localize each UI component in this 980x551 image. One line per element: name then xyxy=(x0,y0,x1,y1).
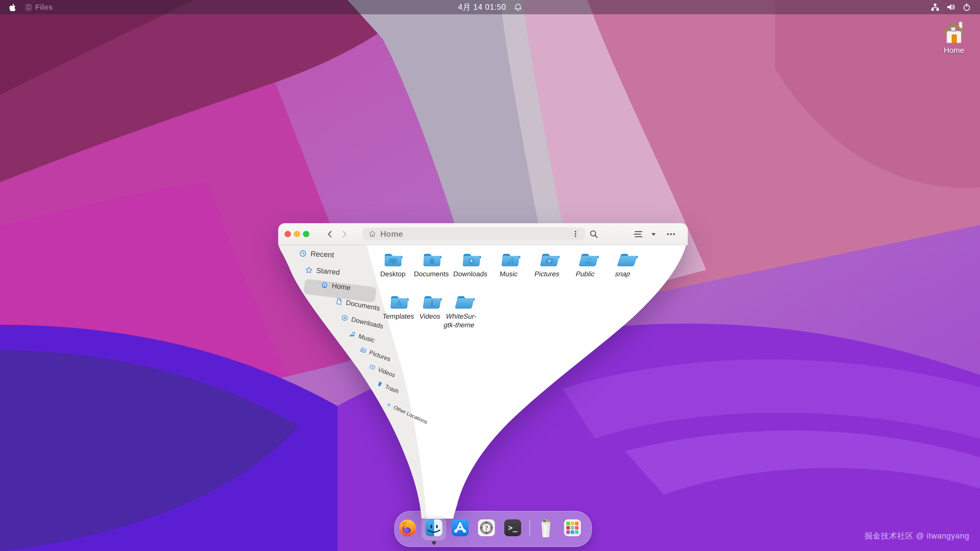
chevron-down-icon xyxy=(650,230,657,238)
folder-label: Documents xyxy=(414,270,449,279)
network-status-icon[interactable] xyxy=(931,3,940,12)
dock-firefox-icon[interactable] xyxy=(398,518,417,537)
folder-downloads[interactable]: Downloads xyxy=(449,251,493,279)
folder-icon xyxy=(389,294,409,310)
home-icon xyxy=(321,281,329,289)
view-toggle-button[interactable] xyxy=(632,228,644,240)
sidebar-item-music[interactable]: Music xyxy=(348,330,375,344)
sidebar-label: Starred xyxy=(316,266,340,276)
launchpad-tile xyxy=(571,530,574,534)
folder-label: WhiteSur-gtk-theme xyxy=(438,312,483,330)
sidebar-item-videos[interactable]: Videos xyxy=(368,363,396,379)
sidebar-label: Trash xyxy=(384,383,400,395)
power-icon[interactable] xyxy=(962,3,971,12)
sidebar-label: Recent xyxy=(310,249,334,259)
folder-label: Music xyxy=(499,270,518,279)
notifications-bell-icon[interactable] xyxy=(514,3,522,11)
dock-terminal-icon[interactable]: >_ xyxy=(503,518,522,537)
folder-label: Desktop xyxy=(380,270,406,279)
chevron-left-icon xyxy=(326,230,334,238)
view-options-dropdown[interactable] xyxy=(648,228,659,240)
search-button[interactable] xyxy=(588,228,600,240)
maximize-button[interactable] xyxy=(303,231,309,237)
sidebar-label: Videos xyxy=(377,366,396,379)
folder-icon xyxy=(453,294,476,310)
dock-files-icon[interactable] xyxy=(425,518,443,537)
sidebar-item-recent[interactable]: Recent xyxy=(299,249,334,259)
sidebar-item-pictures[interactable]: Pictures xyxy=(360,346,391,363)
launchpad-tile xyxy=(575,526,579,530)
launchpad-tile xyxy=(571,522,574,525)
sidebar-label: Music xyxy=(358,333,375,344)
music-note-icon xyxy=(348,330,356,338)
image-icon xyxy=(360,346,368,354)
sidebar-item-starred[interactable]: Starred xyxy=(305,265,340,277)
folder-label: Downloads xyxy=(453,270,488,279)
search-icon xyxy=(589,229,599,239)
home-icon xyxy=(368,230,377,238)
folder-icon xyxy=(539,251,561,268)
app-menu-label: Files xyxy=(35,3,52,11)
files-app-icon xyxy=(25,3,32,11)
folder-icon xyxy=(422,294,443,310)
sidebar-item-other-locations[interactable]: Other Locations xyxy=(385,401,428,425)
path-bar[interactable]: Home xyxy=(363,227,585,240)
dock-separator xyxy=(529,519,530,537)
kebab-menu-icon[interactable] xyxy=(572,230,579,238)
watermark-text: 掘金技术社区 @ itwangyang xyxy=(864,530,969,541)
sidebar-item-downloads[interactable]: Downloads xyxy=(341,313,384,330)
sidebar-label: Pictures xyxy=(368,349,391,363)
back-button[interactable] xyxy=(324,228,336,240)
volume-icon[interactable] xyxy=(946,3,956,12)
document-icon xyxy=(335,297,343,305)
download-icon xyxy=(341,313,349,322)
app-menu-files[interactable]: Files xyxy=(25,3,52,11)
apple-menu[interactable] xyxy=(8,3,16,11)
help-question-glyph: ? xyxy=(485,524,488,532)
launchpad-tile xyxy=(575,530,579,534)
launchpad-tile xyxy=(566,526,570,530)
folder-icon xyxy=(461,251,482,268)
close-button[interactable] xyxy=(285,231,291,237)
list-view-icon xyxy=(633,230,643,239)
apple-icon xyxy=(8,3,16,11)
folder-icon xyxy=(422,251,442,268)
folder-documents[interactable]: Documents xyxy=(410,251,453,279)
dock-help-icon[interactable]: ? xyxy=(477,518,496,537)
dock-trash-icon[interactable] xyxy=(536,517,555,538)
launchpad-tile xyxy=(571,526,574,530)
sidebar-label: Other Locations xyxy=(393,404,428,425)
folder-icon xyxy=(577,251,600,268)
folder-icon xyxy=(615,251,640,268)
folder-label: Videos xyxy=(419,312,441,321)
folder-label: Pictures xyxy=(534,270,560,279)
folder-whitesur-gtk-theme[interactable]: WhiteSur-gtk-theme xyxy=(438,294,487,330)
menubar: Files 4月 14 01:50 xyxy=(0,0,980,14)
launchpad-tile xyxy=(566,530,570,534)
video-icon xyxy=(369,363,376,371)
window-menu-button[interactable] xyxy=(665,228,677,240)
dock-appstore-icon[interactable] xyxy=(451,518,469,537)
plus-icon xyxy=(386,401,393,408)
minimize-button[interactable] xyxy=(294,231,300,237)
menubar-clock[interactable]: 4月 14 01:50 xyxy=(458,2,506,13)
clock-icon xyxy=(299,249,307,258)
running-indicator-dot xyxy=(432,541,436,545)
folder-icon xyxy=(383,251,403,268)
chevron-right-icon xyxy=(340,230,348,238)
sidebar-item-trash[interactable]: Trash xyxy=(376,380,400,395)
folder-label: Public xyxy=(575,270,596,279)
terminal-prompt-glyph: >_ xyxy=(508,523,517,532)
path-label: Home xyxy=(380,229,403,239)
launchpad-tile xyxy=(566,522,570,525)
trash-icon xyxy=(376,380,383,388)
dock-launchpad-icon[interactable] xyxy=(563,518,582,537)
star-icon xyxy=(305,266,313,274)
ellipsis-icon xyxy=(666,230,676,238)
folder-icon xyxy=(500,251,521,268)
folder-music[interactable]: Music xyxy=(488,251,532,279)
folder-desktop[interactable]: Desktop xyxy=(372,251,414,279)
folder-label: snap xyxy=(614,270,632,279)
launchpad-tile xyxy=(575,522,579,525)
forward-button[interactable] xyxy=(339,228,350,240)
